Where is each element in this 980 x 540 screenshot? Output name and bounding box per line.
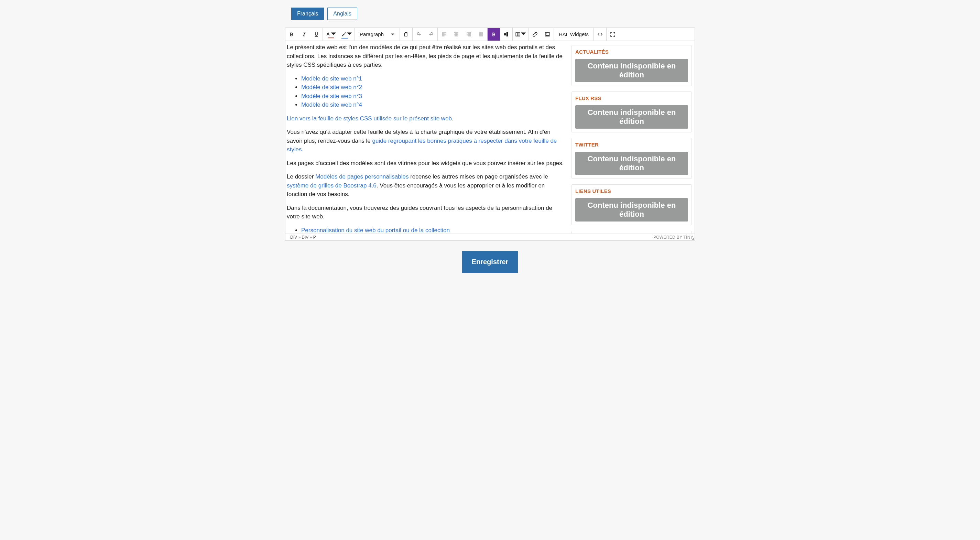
widget-news: ACTUALITÉS Contenu indisponible en éditi… — [571, 45, 692, 86]
svg-rect-0 — [504, 33, 506, 35]
tab-anglais[interactable]: Anglais — [327, 8, 357, 20]
block-format-select[interactable]: Paragraph — [355, 31, 399, 37]
rich-text-editor: Paragraph — [285, 27, 695, 241]
align-right-button[interactable] — [463, 28, 475, 41]
widget-twitter: TWITTER Contenu indisponible en édition — [571, 138, 692, 179]
model-link[interactable]: Modèle de site web n°3 — [301, 93, 362, 99]
powered-by: POWERED BY TINY — [653, 235, 693, 240]
content-paragraph: Le présent site web est l'un des modèles… — [285, 43, 568, 70]
align-left-button[interactable] — [438, 28, 450, 41]
editor-statusbar: DIV » DIV » P POWERED BY TINY — [285, 234, 695, 241]
bold-format-button[interactable] — [488, 28, 500, 41]
underline-button[interactable] — [310, 28, 323, 41]
model-link[interactable]: Modèle de site web n°2 — [301, 84, 362, 91]
editor-toolbar: Paragraph — [285, 28, 695, 41]
widget-column: ACTUALITÉS Contenu indisponible en éditi… — [568, 41, 695, 234]
widget-title: TWITTER — [575, 142, 688, 148]
widget-unavailable: Contenu indisponible en édition — [575, 198, 688, 221]
content-paragraph: Le dossier Modèles de pages personnalisa… — [285, 172, 568, 199]
widget-unavailable: Contenu indisponible en édition — [575, 152, 688, 175]
content-paragraph: Dans la documentation, vous trouverez de… — [285, 204, 568, 221]
widget-title: ACTUALITÉS — [575, 49, 688, 55]
paste-button[interactable] — [400, 28, 412, 41]
table-button[interactable] — [513, 28, 528, 41]
text-color-button[interactable] — [323, 28, 339, 41]
widget-unavailable: Contenu indisponible en édition — [575, 59, 688, 82]
widget-recent: DERNIERS DÉPÔTS AVEC FICHIER Contenu ind… — [571, 231, 692, 234]
italic-button[interactable] — [298, 28, 310, 41]
resize-handle-icon[interactable] — [690, 236, 695, 241]
language-tabs: Français Anglais — [291, 8, 695, 20]
editor-content[interactable]: Le présent site web est l'un des modèles… — [285, 41, 568, 234]
model-link[interactable]: Modèle de site web n°1 — [301, 75, 362, 82]
blockquote-button[interactable] — [500, 28, 512, 41]
block-format-label: Paragraph — [360, 31, 384, 37]
fullscreen-button[interactable] — [606, 28, 619, 41]
widget-title: FLUX RSS — [575, 95, 688, 101]
content-paragraph: Vous n'avez qu'à adapter cette feuille d… — [285, 127, 568, 154]
css-link[interactable]: Lien vers la feuille de styles CSS utili… — [287, 115, 452, 122]
bootstrap-link[interactable]: système de grilles de Boostrap 4.6 — [287, 182, 377, 189]
content-paragraph: Les pages d'accueil des modèles sont des… — [285, 159, 568, 168]
templates-link[interactable]: Modèles de pages personnalisables — [315, 174, 409, 180]
align-center-button[interactable] — [450, 28, 463, 41]
docs-link[interactable]: Personnalisation du site web du portail … — [301, 227, 450, 234]
bold-button[interactable] — [285, 28, 298, 41]
element-path[interactable]: DIV » DIV » P — [290, 235, 316, 240]
widget-title: LIENS UTILES — [575, 188, 688, 194]
widget-rss: FLUX RSS Contenu indisponible en édition — [571, 91, 692, 132]
svg-rect-1 — [506, 32, 508, 37]
undo-button[interactable] — [413, 28, 425, 41]
model-list: Modèle de site web n°1 Modèle de site we… — [285, 74, 568, 109]
image-button[interactable] — [541, 28, 554, 41]
widget-unavailable: Contenu indisponible en édition — [575, 105, 688, 129]
widget-links: LIENS UTILES Contenu indisponible en édi… — [571, 184, 692, 225]
save-button[interactable]: Enregistrer — [462, 251, 518, 273]
model-link[interactable]: Modèle de site web n°4 — [301, 102, 362, 108]
svg-point-3 — [546, 33, 547, 34]
docs-list: Personnalisation du site web du portail … — [285, 226, 568, 234]
hal-widgets-button[interactable]: HAL Widgets — [554, 31, 593, 37]
highlight-color-button[interactable] — [339, 28, 355, 41]
align-justify-button[interactable] — [475, 28, 487, 41]
link-button[interactable] — [529, 28, 541, 41]
content-paragraph: Lien vers la feuille de styles CSS utili… — [285, 114, 568, 123]
tab-francais[interactable]: Français — [291, 8, 324, 20]
redo-button[interactable] — [425, 28, 438, 41]
source-code-button[interactable] — [594, 28, 606, 41]
